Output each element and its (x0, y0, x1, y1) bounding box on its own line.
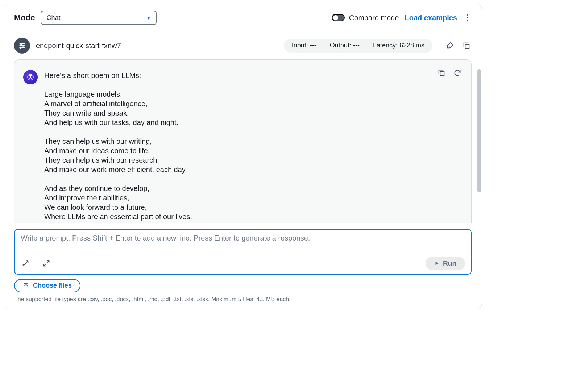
svg-point-8 (30, 77, 31, 78)
run-button-label: Run (443, 259, 456, 267)
svg-point-3 (22, 45, 24, 46)
chevron-down-icon: ▼ (146, 15, 151, 21)
endpoint-name: endpoint-quick-start-fxnw7 (36, 42, 121, 50)
compare-mode-toggle[interactable] (332, 14, 345, 21)
mode-select-value: Chat (46, 14, 60, 22)
svg-rect-9 (440, 71, 444, 75)
copy-icon[interactable] (461, 41, 472, 51)
response-area: Here's a short poem on LLMs: Large langu… (14, 59, 472, 223)
output-metric: Output: --- (330, 42, 360, 50)
mode-label: Mode (14, 13, 35, 22)
run-button[interactable]: Run (426, 257, 465, 270)
choose-files-label: Choose files (33, 282, 72, 289)
assistant-message: Here's a short poem on LLMs: Large langu… (23, 70, 463, 221)
endpoint-row: endpoint-quick-start-fxnw7 Input: --- Ou… (4, 32, 482, 59)
svg-rect-6 (465, 44, 469, 48)
copy-response-icon[interactable] (436, 68, 447, 78)
magic-wand-icon[interactable] (21, 258, 31, 268)
choose-files-button[interactable]: Choose files (14, 279, 80, 292)
metrics-pill: Input: --- Output: --- Latency: 6228 ms (284, 39, 432, 53)
scrollbar-thumb[interactable] (477, 69, 481, 192)
assistant-avatar-icon (23, 70, 38, 84)
regenerate-icon[interactable] (452, 68, 463, 78)
assistant-message-text: Here's a short poem on LLMs: Large langu… (44, 70, 463, 221)
more-menu-button[interactable] (463, 14, 472, 21)
clear-icon[interactable] (445, 41, 455, 51)
app-container: Mode Chat ▼ Compare mode Load examples e… (4, 4, 482, 309)
file-hint: The supported file types are .csv, .doc,… (14, 296, 472, 303)
settings-icon (14, 38, 30, 54)
compare-mode-toggle-wrap: Compare mode (332, 14, 399, 22)
mode-select[interactable]: Chat ▼ (41, 11, 157, 25)
load-examples-link[interactable]: Load examples (405, 14, 457, 22)
prompt-container: Run (14, 229, 472, 275)
svg-point-1 (20, 43, 22, 45)
prompt-input[interactable] (21, 234, 465, 255)
expand-icon[interactable] (41, 258, 51, 268)
topbar: Mode Chat ▼ Compare mode Load examples (4, 4, 482, 32)
latency-metric: Latency: 6228 ms (373, 42, 424, 50)
svg-point-5 (20, 47, 21, 49)
input-metric: Input: --- (292, 42, 316, 50)
compare-mode-label: Compare mode (349, 14, 399, 22)
